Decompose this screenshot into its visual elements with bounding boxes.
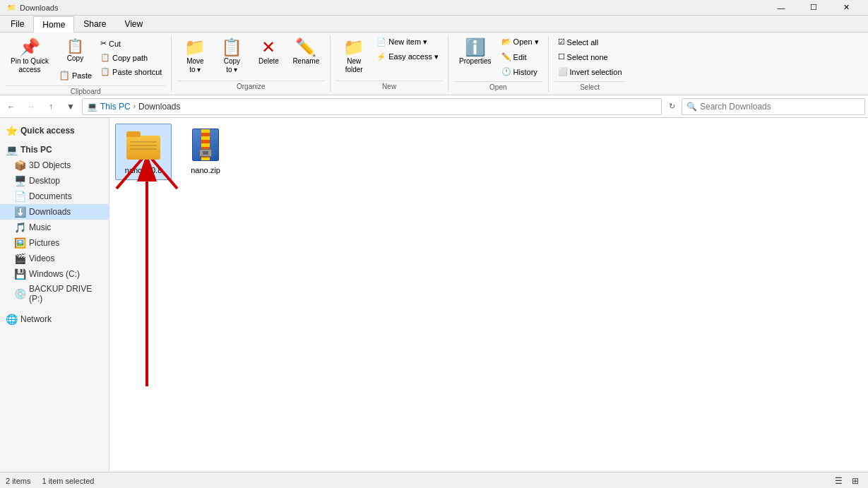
up-button[interactable]: ↑ [42, 98, 59, 115]
new-folder-icon: 📁 [343, 39, 364, 56]
refresh-button[interactable]: ↻ [665, 100, 679, 114]
clipboard-label: Clipboard [6, 85, 165, 97]
file-name-nano-zip: nano.zip [191, 165, 220, 175]
title-bar: 📁 Downloads — ☐ ✕ [0, 0, 868, 16]
delete-button[interactable]: ✕ Delete [251, 35, 286, 69]
history-button[interactable]: 🕐 History [498, 65, 542, 78]
large-icons-view-button[interactable]: ⊞ [848, 474, 862, 488]
search-bar[interactable]: 🔍 [682, 98, 865, 115]
breadcrumb-this-pc[interactable]: This PC [100, 102, 131, 112]
easy-access-button[interactable]: ⚡ Easy access ▾ [373, 50, 442, 64]
breadcrumb-sep-1: › [133, 102, 136, 110]
clipboard-group: 📌 Pin to Quickaccess 📋 Copy 📋 Paste [0, 35, 172, 92]
sidebar-item-documents[interactable]: 📄 Documents [0, 189, 109, 204]
selected-count: 1 item selected [42, 477, 94, 485]
copy-path-icon: 📋 [100, 53, 110, 62]
sidebar-item-network[interactable]: 🌐 Network [0, 311, 109, 327]
address-bar: ← → ↑ ▼ 💻 This PC › Downloads ↻ 🔍 [0, 95, 868, 118]
tab-home[interactable]: Home [33, 16, 74, 32]
search-icon: 🔍 [686, 102, 697, 112]
sidebar-item-pictures[interactable]: 🖼️ Pictures [0, 235, 109, 251]
open-label: Open [454, 81, 542, 93]
select-buttons: ☑ Select all ☐ Select none ⬜ Invert sele… [554, 35, 626, 81]
file-item-nano-folder[interactable]: nano-1.0.8 [115, 124, 172, 180]
cut-button[interactable]: ✂ Cut [97, 37, 165, 50]
invert-selection-icon: ⬜ [558, 67, 568, 76]
computer-icon: 💻 [6, 144, 17, 155]
move-label: Moveto ▾ [186, 57, 203, 74]
search-input[interactable] [700, 102, 860, 112]
back-button[interactable]: ← [3, 98, 20, 115]
edit-button[interactable]: ✏️ Edit [498, 50, 542, 64]
paste-shortcut-icon: 📋 [100, 67, 110, 76]
breadcrumb-icon: 💻 [87, 102, 97, 112]
title-bar-left: 📁 Downloads [6, 2, 58, 13]
sidebar-item-downloads[interactable]: ⬇️ Downloads [0, 204, 109, 220]
details-view-button[interactable]: ☰ [831, 474, 845, 488]
file-grid: nano-1.0.8 nano.zip [115, 124, 862, 180]
tab-share[interactable]: Share [74, 16, 115, 32]
invert-selection-button[interactable]: ⬜ Invert selection [554, 65, 626, 78]
pictures-icon: 🖼️ [14, 237, 25, 249]
new-group: 📁 Newfolder 📄 New item ▾ ⚡ Easy access ▾… [331, 35, 448, 92]
paste-icon: 📋 [59, 70, 70, 81]
open-group: ℹ️ Properties 📂 Open ▾ ✏️ Edit 🕐 History [448, 35, 549, 92]
file-item-nano-zip[interactable]: nano.zip [177, 124, 234, 180]
close-button[interactable]: ✕ [830, 0, 862, 16]
copy-to-icon: 📋 [221, 39, 242, 56]
backup-drive-label: BACKUP DRIVE (P:) [29, 284, 103, 304]
downloads-label: Downloads [29, 207, 71, 217]
organize-label: Organize [177, 81, 324, 92]
sidebar-item-3d-objects[interactable]: 📦 3D Objects [0, 157, 109, 173]
folder-file-icon [126, 129, 160, 162]
sidebar-item-windows-c[interactable]: 💾 Windows (C:) [0, 266, 109, 282]
open-button[interactable]: 📂 Open ▾ [498, 35, 542, 49]
clipboard-buttons: 📌 Pin to Quickaccess 📋 Copy 📋 Paste [6, 35, 165, 85]
status-right: ☰ ⊞ [831, 474, 862, 488]
forward-button[interactable]: → [23, 98, 40, 115]
new-label: New [336, 81, 442, 92]
file-area[interactable]: nano-1.0.8 nano.zip [109, 118, 868, 472]
open-buttons: ℹ️ Properties 📂 Open ▾ ✏️ Edit 🕐 History [454, 35, 542, 81]
copy-to-button[interactable]: 📋 Copyto ▾ [214, 35, 249, 78]
windows-c-label: Windows (C:) [29, 269, 80, 279]
new-item-button[interactable]: 📄 New item ▾ [373, 35, 442, 49]
pin-to-quick-access-button[interactable]: 📌 Pin to Quickaccess [6, 35, 54, 78]
tab-view[interactable]: View [115, 16, 152, 32]
rename-button[interactable]: ✏️ Rename [287, 35, 324, 69]
select-none-button[interactable]: ☐ Select none [554, 50, 626, 64]
select-all-icon: ☑ [558, 37, 565, 47]
new-item-label: New item ▾ [388, 37, 427, 47]
minimize-button[interactable]: — [765, 0, 797, 16]
videos-label: Videos [29, 254, 54, 263]
sidebar-item-music[interactable]: 🎵 Music [0, 220, 109, 235]
sidebar-item-videos[interactable]: 🎬 Videos [0, 251, 109, 266]
paste-shortcut-button[interactable]: 📋 Paste shortcut [97, 65, 165, 78]
paste-button[interactable]: 📋 Paste [55, 68, 95, 83]
breadcrumb[interactable]: 💻 This PC › Downloads [82, 98, 662, 115]
copy-button[interactable]: 📋 Copy [55, 35, 95, 66]
properties-button[interactable]: ℹ️ Properties [454, 35, 497, 69]
desktop-label: Desktop [29, 176, 60, 186]
drive-p-icon: 💿 [14, 288, 25, 299]
edit-icon: ✏️ [501, 52, 511, 61]
copy-path-button[interactable]: 📋 Copy path [97, 51, 165, 64]
sidebar-item-backup-drive[interactable]: 💿 BACKUP DRIVE (P:) [0, 282, 109, 306]
select-none-icon: ☐ [558, 52, 565, 61]
drive-c-icon: 💾 [14, 268, 25, 280]
select-all-button[interactable]: ☑ Select all [554, 35, 626, 49]
copy-label: Copy [67, 54, 83, 63]
delete-icon: ✕ [261, 39, 275, 56]
recent-locations-button[interactable]: ▼ [62, 98, 79, 115]
breadcrumb-downloads: Downloads [138, 102, 180, 112]
tab-file[interactable]: File [1, 16, 33, 32]
maximize-button[interactable]: ☐ [797, 0, 830, 16]
ribbon: File Home Share View 📌 Pin to Quickacces… [0, 16, 868, 95]
sidebar-item-this-pc[interactable]: 💻 This PC [0, 138, 109, 157]
copy-path-label: Copy path [112, 54, 148, 62]
copy-icon: 📋 [66, 39, 84, 53]
sidebar-item-desktop[interactable]: 🖥️ Desktop [0, 173, 109, 189]
new-folder-button[interactable]: 📁 Newfolder [336, 35, 371, 78]
move-to-button[interactable]: 📁 Moveto ▾ [177, 35, 213, 78]
downloads-icon: ⬇️ [14, 206, 25, 218]
